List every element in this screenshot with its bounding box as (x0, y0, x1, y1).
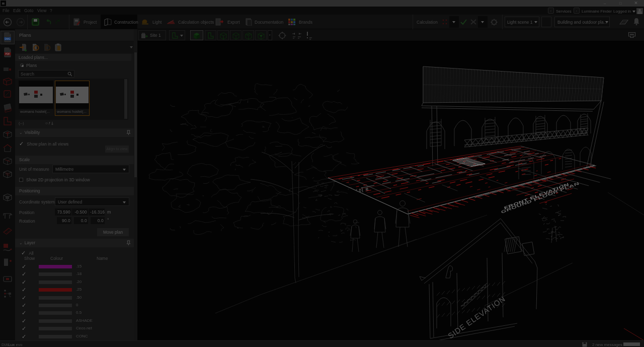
svg-text:⌜ 0 ▏≣: ⌜ 0 ▏≣ (356, 186, 369, 193)
svg-text:GROUND FLOOR PLAN: GROUND FLOOR PLAN (501, 181, 580, 215)
svg-text:DWG: DWG (5, 38, 11, 40)
svg-text:PDF: PDF (6, 53, 10, 55)
